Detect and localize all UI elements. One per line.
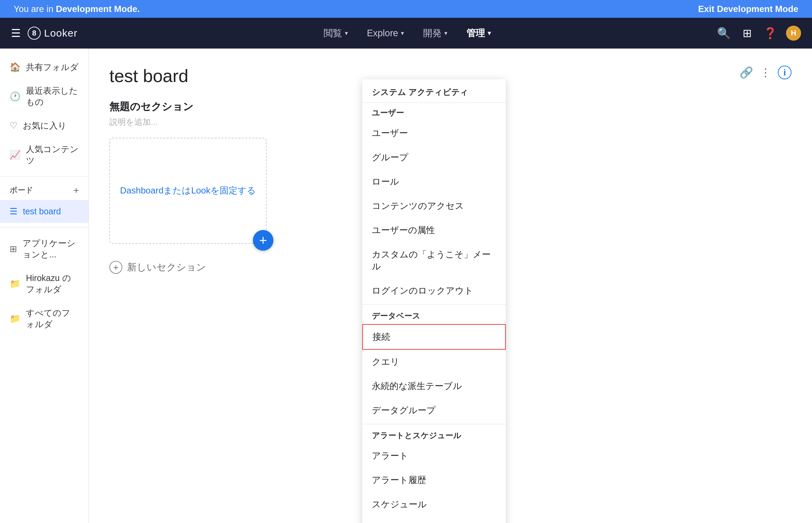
sidebar-divider bbox=[0, 176, 89, 177]
nav-item-explore[interactable]: Explore ▾ bbox=[357, 25, 414, 42]
logo-icon: 8 bbox=[28, 27, 41, 40]
sidebar: 🏠 共有フォルダ 🕐 最近表示したもの ♡ お気に入り 📈 人気コンテンツ ボー… bbox=[0, 49, 89, 523]
main-layout: 🏠 共有フォルダ 🕐 最近表示したもの ♡ お気に入り 📈 人気コンテンツ ボー… bbox=[0, 49, 812, 523]
boards-section-header: ボード + bbox=[0, 181, 89, 200]
folder-icon: 📁 bbox=[10, 279, 21, 289]
alerts-section-label: アラートとスケジュール bbox=[362, 426, 506, 444]
more-options-icon[interactable]: ⋮ bbox=[760, 66, 771, 79]
add-content-text: DashboardまたはLookを固定する bbox=[120, 184, 256, 198]
dropdown-item-user-attr[interactable]: ユーザーの属性 bbox=[362, 218, 506, 242]
trending-icon: 📈 bbox=[10, 150, 21, 160]
system-activity-label[interactable]: システム アクティビティ bbox=[362, 79, 506, 103]
dropdown-item-role[interactable]: ロール bbox=[362, 170, 506, 194]
nav-item-browse[interactable]: 閲覧 ▾ bbox=[314, 24, 357, 43]
dev-banner: You are in Development Mode. Exit Develo… bbox=[0, 0, 812, 18]
share-icon[interactable]: 🔗 bbox=[740, 66, 753, 79]
dropdown-item-schedule[interactable]: スケジュール bbox=[362, 492, 506, 517]
sidebar-divider-2 bbox=[0, 227, 89, 227]
chevron-down-icon: ▾ bbox=[488, 29, 491, 37]
dropdown-item-pdt[interactable]: 永続的な派生テーブル bbox=[362, 374, 506, 398]
dropdown-item-welcome-mail[interactable]: カスタムの「ようこそ」メール bbox=[362, 242, 506, 279]
chevron-down-icon: ▾ bbox=[444, 29, 447, 37]
admin-dropdown-menu: システム アクティビティ ユーザー ユーザー グループ ロール コンテンツのアク… bbox=[362, 79, 506, 523]
sidebar-item-recent[interactable]: 🕐 最近表示したもの bbox=[0, 79, 89, 114]
chevron-down-icon: ▾ bbox=[345, 29, 348, 37]
sidebar-item-applications[interactable]: ⊞ アプリケーションと... bbox=[0, 231, 89, 266]
hamburger-icon[interactable]: ☰ bbox=[11, 27, 21, 40]
add-board-button[interactable]: + bbox=[73, 185, 79, 196]
dropdown-item-alert[interactable]: アラート bbox=[362, 444, 506, 468]
dropdown-item-alert-history[interactable]: アラート履歴 bbox=[362, 468, 506, 492]
squares-icon[interactable]: ⊞ bbox=[740, 26, 755, 41]
add-content-card[interactable]: DashboardまたはLookを固定する + bbox=[109, 138, 267, 244]
content-area: 🔗 ⋮ i test board 無題のセクション 説明を追加... Dashb… bbox=[89, 49, 812, 523]
apps-icon: ⊞ bbox=[10, 244, 17, 254]
exit-dev-button[interactable]: Exit Development Mode bbox=[698, 4, 798, 14]
dropdown-divider-1 bbox=[362, 304, 506, 305]
search-button[interactable]: 🔍 bbox=[716, 26, 731, 41]
add-content-button[interactable]: + bbox=[253, 230, 273, 251]
sidebar-item-shared[interactable]: 🏠 共有フォルダ bbox=[0, 55, 89, 79]
dropdown-item-datagroup[interactable]: データグループ bbox=[362, 398, 506, 423]
dropdown-item-schedule-history[interactable]: スケジュール履歴 bbox=[362, 517, 506, 523]
user-section-label: ユーザー bbox=[362, 103, 506, 121]
nav-item-admin[interactable]: 管理 ▾ bbox=[457, 24, 500, 43]
dropdown-divider-2 bbox=[362, 424, 506, 424]
nav-items: 閲覧 ▾ Explore ▾ 開発 ▾ 管理 ▾ bbox=[98, 24, 716, 43]
nav-logo[interactable]: 8 Looker bbox=[28, 27, 78, 40]
home-icon: 🏠 bbox=[10, 62, 21, 72]
content-actions: 🔗 ⋮ i bbox=[740, 66, 791, 79]
logo-text: Looker bbox=[44, 27, 78, 39]
sidebar-item-favorites[interactable]: ♡ お気に入り bbox=[0, 114, 89, 137]
sidebar-item-all-folders[interactable]: 📁 すべてのフォルダ bbox=[0, 301, 89, 336]
chevron-down-icon: ▾ bbox=[401, 29, 404, 37]
dropdown-item-user[interactable]: ユーザー bbox=[362, 121, 506, 145]
sidebar-item-test-board[interactable]: ☰ test board bbox=[0, 200, 89, 223]
help-icon[interactable]: ❓ bbox=[763, 26, 778, 41]
plus-circle-icon: + bbox=[109, 261, 122, 274]
dropdown-item-connection[interactable]: 接続 bbox=[362, 324, 506, 350]
sidebar-item-popular[interactable]: 📈 人気コンテンツ bbox=[0, 137, 89, 172]
database-section-label: データベース bbox=[362, 306, 506, 324]
avatar[interactable]: H bbox=[786, 26, 801, 41]
folder-icon: 📁 bbox=[10, 313, 21, 324]
info-icon[interactable]: i bbox=[778, 66, 791, 79]
dropdown-item-login-lockout[interactable]: ログインのロックアウト bbox=[362, 279, 506, 303]
dropdown-item-content-access[interactable]: コンテンツのアクセス bbox=[362, 194, 506, 218]
nav-item-develop[interactable]: 開発 ▾ bbox=[414, 24, 457, 43]
top-nav: ☰ 8 Looker 閲覧 ▾ Explore ▾ 開発 ▾ 管理 ▾ 🔍 ⊞ … bbox=[0, 18, 812, 49]
nav-right: 🔍 ⊞ ❓ H bbox=[716, 26, 801, 41]
board-icon: ☰ bbox=[10, 206, 17, 217]
clock-icon: 🕐 bbox=[10, 91, 21, 102]
sidebar-item-hirokazu-folder[interactable]: 📁 Hirokazu のフォルダ bbox=[0, 266, 89, 301]
dropdown-item-group[interactable]: グループ bbox=[362, 145, 506, 170]
heart-icon: ♡ bbox=[10, 120, 17, 131]
dropdown-item-query[interactable]: クエリ bbox=[362, 350, 506, 374]
dev-banner-text: You are in Development Mode. bbox=[14, 4, 140, 14]
